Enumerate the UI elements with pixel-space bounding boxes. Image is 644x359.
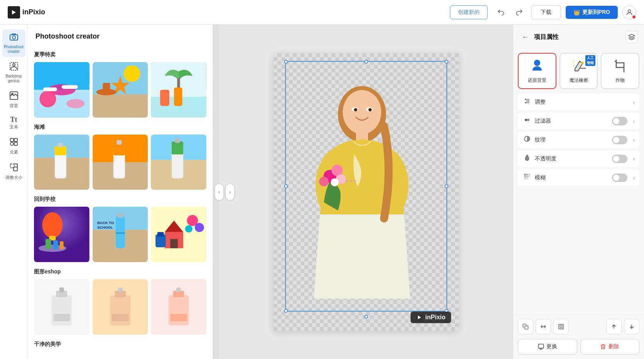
svg-point-67	[185, 225, 193, 233]
thumbnail-eshop-2[interactable]	[93, 279, 148, 335]
svg-rect-58	[116, 232, 125, 234]
create-new-button[interactable]: 创建新的	[450, 5, 488, 19]
expand-right-button[interactable]: ›	[225, 184, 235, 201]
sidebar-item-background[interactable]: 背景	[2, 88, 25, 111]
property-adjust[interactable]: 调整 ›	[518, 94, 639, 110]
header-actions: 下载 👑 更新到PRO	[494, 5, 636, 19]
tool-restore-bg[interactable]: 还原背景	[518, 53, 556, 89]
svg-rect-13	[14, 167, 17, 171]
logo-icon	[8, 6, 20, 19]
opacity-chevron: ›	[633, 156, 635, 162]
delete-button[interactable]: 删除	[580, 339, 640, 354]
upgrade-button[interactable]: 👑 更新到PRO	[566, 6, 618, 19]
thumbnail-eshop-1[interactable]	[34, 279, 90, 335]
svg-rect-78	[118, 288, 123, 292]
subject-selection[interactable]: ♦ ♦ ♦	[285, 61, 447, 312]
sidebar-item-resize[interactable]: 调整大小	[2, 160, 25, 183]
svg-rect-114	[524, 174, 526, 175]
layers-button[interactable]	[625, 31, 638, 43]
thumbnail-beach-1[interactable]	[34, 135, 90, 190]
property-opacity[interactable]: 不透明度 ›	[518, 150, 639, 167]
panel-title: Photoshoot creator	[28, 25, 213, 45]
flip-horizontal-button[interactable]	[536, 319, 551, 334]
ai-badge: 人工智能	[585, 55, 595, 66]
background-icon	[9, 91, 19, 102]
svg-rect-126	[538, 344, 543, 348]
category-summer-sale: 夏季特卖	[34, 51, 206, 58]
svg-rect-51	[46, 239, 51, 249]
blur-icon	[522, 173, 532, 182]
canvas: ♦ ♦ ♦	[274, 53, 459, 331]
download-button[interactable]: 下载	[531, 5, 561, 19]
move-down-button[interactable]	[624, 319, 639, 334]
replace-button[interactable]: 更换	[518, 339, 577, 354]
sidebar-item-text[interactable]: Tt 文本	[2, 113, 25, 133]
sidebar-label-photoshoot: Photoshoot creator	[4, 45, 24, 54]
handle-top-left[interactable]	[284, 60, 288, 64]
svg-text:♦ ♦ ♦: ♦ ♦ ♦	[346, 178, 356, 184]
svg-point-4	[13, 64, 15, 66]
svg-rect-122	[529, 178, 530, 179]
move-up-button[interactable]	[606, 319, 622, 334]
texture-toggle[interactable]	[612, 136, 627, 144]
opacity-toggle[interactable]	[612, 155, 627, 163]
back-button[interactable]: ←	[519, 32, 531, 42]
thumbnail-eshop-3[interactable]	[151, 279, 206, 335]
category-beach: 海滩	[34, 124, 206, 131]
thumbnail-summer-3[interactable]	[151, 62, 206, 118]
resize-icon	[9, 163, 19, 174]
sidebar-item-backdrop[interactable]: Backdrop genius	[2, 59, 25, 86]
svg-rect-123	[525, 326, 528, 329]
thumbnail-summer-2[interactable]	[93, 62, 148, 118]
sidebar-label-backdrop: Backdrop genius	[5, 74, 22, 83]
thumbnail-beach-2[interactable]	[93, 135, 148, 190]
sidebar-label-resize: 调整大小	[5, 175, 22, 180]
svg-point-111	[525, 119, 527, 121]
tool-crop[interactable]: 作物	[601, 53, 639, 89]
center-button[interactable]	[553, 319, 569, 334]
right-panel-header: ← 项目属性	[513, 25, 644, 48]
svg-point-102	[581, 61, 584, 64]
crop-icon	[613, 58, 627, 75]
handle-middle-right[interactable]	[445, 184, 448, 188]
redo-button[interactable]	[512, 7, 526, 18]
thumbnail-summer-1[interactable]	[34, 62, 90, 118]
svg-marker-0	[12, 10, 16, 15]
thumbnail-school-3[interactable]	[151, 207, 206, 262]
handle-bottom-left[interactable]	[284, 309, 288, 313]
svg-point-90	[368, 108, 371, 111]
property-texture[interactable]: 纹理 ›	[518, 131, 639, 148]
svg-point-3	[12, 36, 15, 39]
svg-rect-20	[62, 85, 78, 89]
header: inPixio 创建新的 下载 👑 更新到PRO	[0, 0, 644, 25]
property-blur[interactable]: 模糊 ›	[518, 169, 639, 186]
tool-magic-eraser[interactable]: 人工智能 魔法橡擦	[559, 53, 598, 89]
handle-middle-left[interactable]	[284, 184, 288, 188]
filter-toggle[interactable]	[612, 117, 627, 125]
thumbnail-beach-3[interactable]	[151, 135, 206, 190]
right-panel: ← 项目属性 还原背景	[513, 25, 644, 359]
svg-rect-116	[529, 174, 530, 175]
property-filter[interactable]: 过滤器 ›	[518, 113, 639, 129]
handle-top-right[interactable]	[445, 60, 448, 64]
handle-bottom-middle[interactable]	[364, 315, 368, 319]
crown-icon: 👑	[573, 9, 580, 15]
main-body: Photoshoot creator Backdrop genius 背景	[0, 25, 644, 359]
avatar-button[interactable]	[622, 5, 636, 19]
svg-rect-36	[58, 143, 63, 147]
collapse-panel-button[interactable]: ‹	[215, 184, 224, 201]
svg-rect-53	[60, 241, 64, 249]
thumbnail-school-1[interactable]	[34, 207, 90, 262]
sidebar-item-elements[interactable]: 元素	[2, 134, 25, 158]
elements-icon	[9, 137, 19, 148]
bottom-actions: 更换 删除	[513, 314, 644, 359]
copy-button[interactable]	[518, 319, 533, 334]
svg-rect-121	[527, 178, 528, 179]
expand-panel-area: ›	[225, 184, 235, 201]
blur-toggle[interactable]	[612, 174, 627, 182]
filter-chevron: ›	[633, 118, 635, 124]
undo-button[interactable]	[494, 7, 508, 18]
handle-top-middle[interactable]	[364, 60, 368, 64]
sidebar-item-photoshoot[interactable]: Photoshoot creator	[2, 29, 25, 57]
thumbnail-school-2[interactable]: BACK TO SCHOOL	[93, 207, 148, 262]
